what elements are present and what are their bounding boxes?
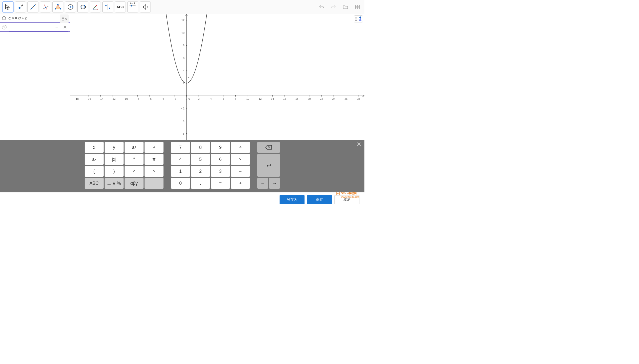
svg-text:− 4: − 4 [160, 97, 164, 100]
svg-text:A: A [21, 4, 24, 7]
svg-rect-31 [358, 7, 359, 9]
svg-text:0: 0 [186, 97, 187, 100]
undo-button[interactable] [317, 2, 326, 12]
svg-text:− 2: − 2 [180, 107, 184, 110]
key-x[interactable]: x [85, 142, 104, 153]
add-icon[interactable]: + [53, 24, 61, 31]
key-0[interactable]: 0 [171, 178, 190, 189]
key-6[interactable]: 6 [211, 154, 230, 165]
key-<[interactable]: < [125, 166, 143, 177]
svg-point-12 [70, 6, 71, 8]
style-bar-button[interactable] [354, 16, 363, 22]
key-aˣ[interactable]: ax [85, 154, 104, 165]
svg-text:− 2: − 2 [172, 97, 176, 100]
key-enter[interactable] [257, 154, 280, 177]
key-°[interactable]: ° [125, 154, 143, 165]
key-right[interactable]: → [269, 178, 280, 189]
svg-text:10: 10 [246, 97, 249, 100]
svg-rect-29 [358, 5, 359, 7]
svg-text:6: 6 [183, 56, 184, 60]
svg-text:6: 6 [223, 97, 224, 100]
key-8[interactable]: 8 [191, 142, 210, 153]
algebra-item-label: c: y = x² + 2 [9, 16, 68, 20]
svg-point-23 [109, 8, 110, 9]
key-4[interactable]: 4 [171, 154, 190, 165]
key-=[interactable]: = [211, 178, 230, 189]
main-area: c: y = x² + 2 ? + ✕ − 18− 16− 14− 12− 10… [0, 14, 364, 140]
key-αβγ[interactable]: αβγ [125, 178, 143, 189]
svg-text:− 6: − 6 [180, 132, 184, 135]
tool-point[interactable]: A [15, 2, 26, 12]
key-+[interactable]: + [231, 178, 250, 189]
svg-point-7 [45, 7, 46, 8]
tool-slider[interactable]: a = 2 [127, 2, 138, 12]
tool-angle[interactable] [90, 2, 101, 12]
close-icon[interactable]: ✕ [61, 24, 69, 31]
svg-text:4: 4 [183, 69, 184, 72]
save-as-button[interactable]: 另存为 [280, 195, 305, 204]
key-9[interactable]: 9 [211, 142, 230, 153]
key-,[interactable]: , [144, 178, 163, 189]
svg-text:8: 8 [183, 44, 184, 47]
svg-text:0: 0 [188, 97, 190, 100]
svg-point-8 [57, 4, 59, 5]
svg-point-9 [60, 8, 61, 10]
svg-point-0 [19, 7, 21, 9]
menu-button[interactable] [353, 2, 362, 12]
svg-point-10 [55, 8, 56, 10]
svg-text:22: 22 [320, 97, 323, 100]
key-.[interactable]: . [191, 178, 210, 189]
key-π[interactable]: π [144, 154, 163, 165]
graphics-view[interactable]: − 18− 16− 14− 12− 10− 8− 6− 4− 202468101… [70, 14, 364, 140]
keyboard-close-icon[interactable]: ✕ [356, 141, 361, 148]
tool-circle[interactable] [65, 2, 76, 12]
key-3[interactable]: 3 [211, 166, 230, 177]
key-|x|[interactable]: |x| [105, 154, 124, 165]
svg-text:− 18: − 18 [73, 97, 79, 100]
svg-text:28: 28 [357, 97, 360, 100]
svg-text:16: 16 [283, 97, 286, 100]
svg-point-15 [81, 6, 82, 8]
key-5[interactable]: 5 [191, 154, 210, 165]
tool-move[interactable] [3, 2, 14, 12]
key-2[interactable]: 2 [191, 166, 210, 177]
key-÷[interactable]: ÷ [231, 142, 250, 153]
key-backspace[interactable] [257, 142, 280, 153]
file-button[interactable] [341, 2, 350, 12]
algebra-panel: c: y = x² + 2 ? + ✕ [0, 14, 70, 140]
key-√[interactable]: √ [144, 142, 163, 153]
tool-text[interactable]: ABC [115, 2, 126, 12]
tool-move-view[interactable] [140, 2, 151, 12]
key-y[interactable]: y [105, 142, 124, 153]
svg-point-18 [93, 8, 94, 10]
key-left[interactable]: ← [257, 178, 268, 189]
algebra-item[interactable]: c: y = x² + 2 [0, 14, 70, 23]
save-button[interactable]: 保存 [307, 195, 332, 204]
toolbar: A ABC a = 2 [0, 0, 364, 14]
tool-perpendicular[interactable] [40, 2, 51, 12]
tool-ellipse[interactable] [77, 2, 88, 12]
key-1[interactable]: 1 [171, 166, 190, 177]
tool-polygon[interactable] [52, 2, 63, 12]
svg-text:− 6: − 6 [148, 97, 152, 100]
visibility-toggle[interactable] [2, 16, 6, 20]
key-−[interactable]: − [231, 166, 250, 177]
virtual-keyboard: ✕ xya2√ax|x|°π()<>ABC⊥ ∧ %αβγ,789÷456×12… [0, 140, 364, 192]
key-⊥ ∧ %[interactable]: ⊥ ∧ % [105, 178, 124, 189]
tool-transform[interactable] [102, 2, 113, 12]
key-ABC[interactable]: ABC [85, 178, 104, 189]
key-a²[interactable]: a2 [125, 142, 143, 153]
toggle-view-icon[interactable] [61, 15, 68, 22]
key-([interactable]: ( [85, 166, 104, 177]
tool-line[interactable] [28, 2, 39, 12]
help-icon[interactable]: ? [2, 25, 7, 30]
key-)[interactable]: ) [105, 166, 124, 177]
key-7[interactable]: 7 [171, 142, 190, 153]
key->[interactable]: > [144, 166, 163, 177]
svg-point-32 [359, 16, 361, 18]
svg-point-4 [34, 5, 35, 6]
svg-text:− 8: − 8 [136, 97, 139, 100]
redo-button[interactable] [329, 2, 338, 12]
key-×[interactable]: × [231, 154, 250, 165]
svg-text:20: 20 [308, 97, 311, 100]
